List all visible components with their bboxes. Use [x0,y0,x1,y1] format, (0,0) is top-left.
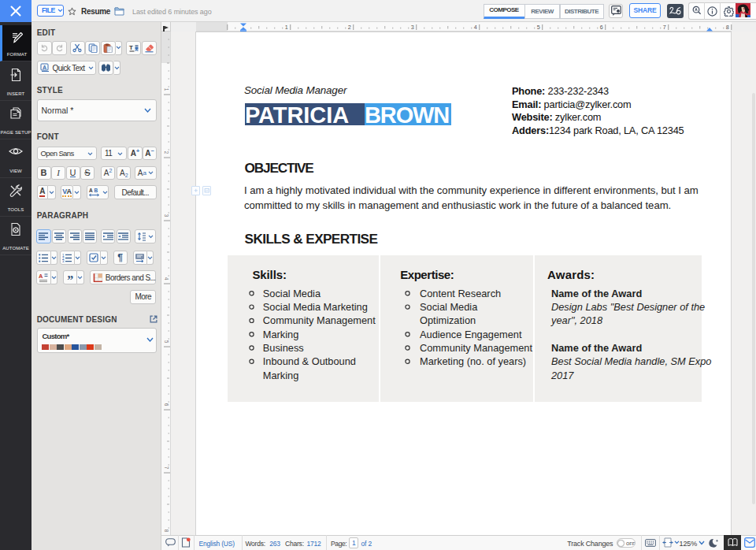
svg-text:A: A [39,273,43,280]
svg-text:A: A [43,65,46,70]
svg-text:7: 7 [663,24,666,31]
svg-text:5: 5 [537,24,540,31]
svg-text:4: 4 [474,24,477,31]
svg-text:T: T [129,44,133,51]
svg-text:A: A [89,188,93,193]
svg-text:8: 8 [726,24,729,31]
svg-text:2: 2 [348,24,351,31]
svg-text:1: 1 [285,24,288,31]
svg-text:3: 3 [411,24,414,31]
svg-text:6: 6 [600,24,603,31]
svg-text:3: 3 [62,259,65,262]
svg-text:B: B [94,188,98,193]
